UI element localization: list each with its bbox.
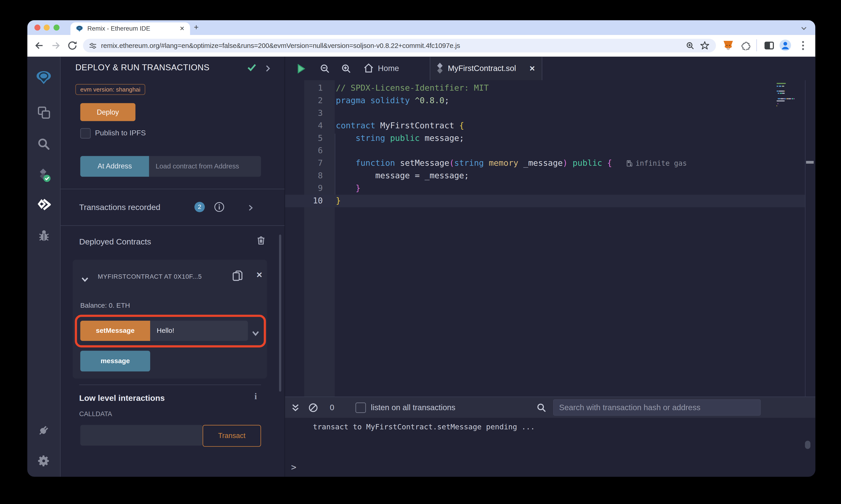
file-explorer-icon[interactable] <box>36 105 51 120</box>
run-script-play-icon[interactable] <box>297 64 305 75</box>
line-number: 10 <box>285 195 323 207</box>
settings-gear-icon[interactable] <box>36 453 51 468</box>
code-line-2[interactable]: 2pragma solidity ^0.8.0; <box>285 94 805 107</box>
zoom-in-icon[interactable] <box>341 64 351 75</box>
home-icon <box>363 62 374 73</box>
window-close-button[interactable] <box>34 25 40 31</box>
calldata-label: CALLDATA <box>79 410 112 417</box>
line-number: 3 <box>285 107 323 120</box>
metamask-extension-icon[interactable] <box>723 40 733 53</box>
message-button[interactable]: message <box>80 350 150 371</box>
code-line-3[interactable]: 3 <box>285 107 805 120</box>
delete-contracts-trash-icon[interactable] <box>257 235 265 247</box>
browser-tab[interactable]: Remix - Ethereum IDE ✕ <box>70 22 190 35</box>
close-file-tab-icon[interactable]: ✕ <box>529 64 535 72</box>
code-line-7[interactable]: 7 function setMessage(string memory _mes… <box>285 157 805 169</box>
code-line-9[interactable]: 9 } <box>285 182 805 195</box>
set-message-button[interactable]: setMessage <box>80 321 150 341</box>
file-tab-label: MyFirstContract.sol <box>448 64 516 73</box>
back-icon[interactable] <box>34 40 44 53</box>
site-settings-icon[interactable] <box>89 42 97 49</box>
code-line-4[interactable]: 4contract MyFirstContract { <box>285 120 805 132</box>
url-bar[interactable]: remix.ethereum.org/#lang=en&optimize=fal… <box>83 39 716 53</box>
set-message-input[interactable] <box>150 321 248 341</box>
contract-collapse-chevron-icon[interactable] <box>81 274 88 284</box>
publish-ipfs-checkbox[interactable] <box>80 128 90 138</box>
window-zoom-button[interactable] <box>53 25 59 31</box>
solidity-compiler-icon[interactable] <box>36 167 51 182</box>
section-divider <box>61 225 285 226</box>
at-address-input[interactable] <box>149 156 261 177</box>
debugger-bug-icon[interactable] <box>36 228 51 243</box>
code-line-6[interactable]: 6 <box>285 144 805 157</box>
tab-search-chevron-icon[interactable] <box>801 24 807 34</box>
at-address-button[interactable]: At Address <box>80 156 149 177</box>
terminal-prompt[interactable]: > <box>291 462 296 472</box>
deployed-contract-card: MYFIRSTCONTRACT AT 0X10F...5 ✕ Balance: … <box>73 259 267 378</box>
code-line-5[interactable]: 5 string public message; <box>285 132 805 144</box>
code-line-8[interactable]: 8 message = _message; <box>285 169 805 182</box>
url-text: remix.ethereum.org/#lang=en&optimize=fal… <box>101 42 460 49</box>
overview-ruler-marker <box>806 161 813 164</box>
line-number: 4 <box>285 120 323 132</box>
remix-logo-icon[interactable] <box>36 70 51 85</box>
zoom-page-icon[interactable] <box>686 41 694 50</box>
transactions-count-badge: 2 <box>194 201 205 212</box>
code-line-10[interactable]: 10} <box>285 195 805 207</box>
clear-console-icon[interactable] <box>309 403 318 412</box>
remix-app: DEPLOY & RUN TRANSACTIONS evm version: s… <box>27 56 815 476</box>
expand-args-chevron-icon[interactable] <box>252 328 259 338</box>
tab-close-icon[interactable]: ✕ <box>179 25 185 32</box>
browser-window: Remix - Ethereum IDE ✕ + re <box>27 20 815 476</box>
browser-menu-icon[interactable] <box>802 40 804 53</box>
zoom-out-icon[interactable] <box>320 64 330 75</box>
line-number: 8 <box>285 169 323 182</box>
contract-header[interactable]: MYFIRSTCONTRACT AT 0X10F...5 <box>98 273 202 280</box>
listen-transactions-checkbox[interactable] <box>356 402 366 412</box>
remove-contract-icon[interactable]: ✕ <box>256 270 262 279</box>
deploy-button[interactable]: Deploy <box>80 103 135 121</box>
code-editor[interactable]: 1// SPDX-License-Identifier: MIT2pragma … <box>285 80 815 396</box>
search-icon[interactable] <box>36 136 51 151</box>
evm-version-badge: evm version: shanghai <box>75 84 145 95</box>
main-area: Home MyFirstContract.sol ✕ 1// SPDX-Lice… <box>285 56 816 476</box>
collapse-terminal-icon[interactable] <box>292 403 299 412</box>
transact-button[interactable]: Transact <box>203 425 261 447</box>
copy-address-icon[interactable] <box>232 270 243 284</box>
low-level-title: Low level interactions <box>79 393 165 402</box>
tab-title: Remix - Ethereum IDE <box>87 25 150 32</box>
terminal-scrollbar-thumb[interactable] <box>805 441 810 449</box>
code-line-1[interactable]: 1// SPDX-License-Identifier: MIT <box>285 82 805 94</box>
panel-scrollbar[interactable] <box>279 234 281 391</box>
transactions-info-icon[interactable] <box>214 201 224 214</box>
forward-icon[interactable] <box>51 40 61 53</box>
transactions-expand-chevron-icon[interactable] <box>248 203 253 213</box>
browser-toolbar: remix.ethereum.org/#lang=en&optimize=fal… <box>27 35 815 56</box>
calldata-input[interactable] <box>80 425 203 445</box>
remix-favicon <box>76 25 83 32</box>
panel-collapse-chevron-icon[interactable] <box>265 64 270 74</box>
reload-icon[interactable] <box>67 40 78 53</box>
window-minimize-button[interactable] <box>44 25 50 31</box>
editor-minimap[interactable] <box>776 83 805 108</box>
side-panel-icon[interactable] <box>764 41 774 52</box>
pending-count: 0 <box>330 403 334 412</box>
tab-home[interactable]: Home <box>363 62 399 73</box>
profile-avatar[interactable] <box>779 39 791 53</box>
toolbar-separator <box>756 39 757 51</box>
gas-pump-icon <box>626 160 633 167</box>
tab-file-active[interactable]: MyFirstContract.sol ✕ <box>430 56 542 80</box>
terminal-search-input[interactable] <box>553 399 760 416</box>
bookmark-star-icon[interactable] <box>700 41 709 50</box>
terminal-search-icon <box>537 403 546 412</box>
icon-rail <box>27 56 61 476</box>
infinite-gas-annotation: infinite gas <box>626 157 687 169</box>
extensions-puzzle-icon[interactable] <box>740 40 750 53</box>
plugin-manager-icon[interactable] <box>36 422 51 438</box>
deployed-contracts-title: Deployed Contracts <box>79 236 151 246</box>
publish-ipfs-label: Publish to IPFS <box>95 128 146 137</box>
browser-tab-strip: Remix - Ethereum IDE ✕ + <box>27 20 815 35</box>
new-tab-button[interactable]: + <box>194 22 199 32</box>
low-level-info-icon[interactable]: i <box>255 392 257 401</box>
deploy-run-icon[interactable] <box>36 197 51 213</box>
